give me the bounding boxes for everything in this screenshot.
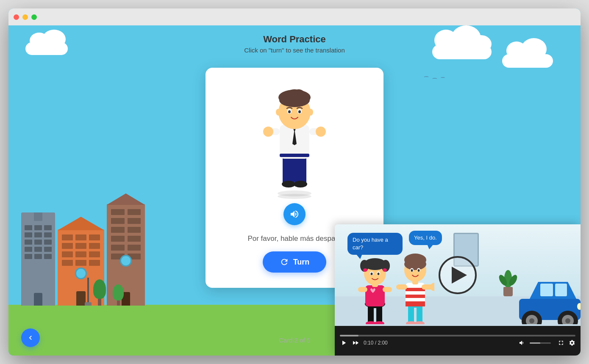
skip-icon xyxy=(352,339,359,347)
svg-point-4 xyxy=(294,181,307,188)
svg-point-39 xyxy=(383,268,387,272)
svg-point-38 xyxy=(363,268,367,272)
svg-rect-51 xyxy=(406,295,425,298)
play-button[interactable] xyxy=(439,256,477,294)
maximize-button[interactable] xyxy=(31,14,37,20)
speaker-icon xyxy=(289,209,300,219)
time-display: 0:10 / 2:00 xyxy=(364,340,514,346)
svg-point-21 xyxy=(288,110,291,113)
svg-rect-66 xyxy=(555,284,567,296)
audio-button[interactable] xyxy=(283,203,306,225)
video-overlay: Do you have a car? Yes, I do. xyxy=(335,224,581,356)
play-icon xyxy=(340,339,347,347)
scene-background: Word Practice Click on "turn" to see the… xyxy=(8,25,581,356)
trees-left xyxy=(93,279,124,306)
video-char-2 xyxy=(396,252,434,326)
volume-fill xyxy=(530,342,540,344)
svg-point-72 xyxy=(565,318,570,323)
svg-point-24 xyxy=(308,109,313,116)
play-control-button[interactable] xyxy=(340,339,347,347)
svg-rect-30 xyxy=(365,285,385,306)
speech-bubble-left: Do you have a car? xyxy=(347,233,403,255)
video-char-1 xyxy=(356,256,394,326)
volume-icon xyxy=(519,339,525,346)
settings-button[interactable] xyxy=(569,339,575,346)
svg-point-59 xyxy=(404,258,426,270)
svg-rect-8 xyxy=(280,154,309,157)
progress-fill xyxy=(340,335,358,336)
svg-point-22 xyxy=(298,110,301,113)
phrase-text: Por favor, hable más despa... xyxy=(247,234,341,243)
svg-rect-65 xyxy=(540,284,553,296)
play-triangle-icon xyxy=(452,267,467,284)
close-button[interactable] xyxy=(14,14,19,20)
svg-point-12 xyxy=(316,127,326,137)
fullscreen-icon xyxy=(558,339,564,346)
character-svg xyxy=(256,83,333,197)
svg-point-63 xyxy=(418,269,420,272)
page-subtitle: Click on "turn" to see the translation xyxy=(8,47,581,54)
card-counter: Card 2 of 5 xyxy=(279,336,310,344)
svg-point-10 xyxy=(263,127,273,137)
svg-rect-31 xyxy=(358,287,367,292)
svg-point-43 xyxy=(378,273,380,275)
fullscreen-button[interactable] xyxy=(558,339,564,346)
refresh-icon xyxy=(280,257,289,267)
buildings-left xyxy=(21,204,145,306)
volume-button[interactable] xyxy=(519,339,525,346)
video-car xyxy=(517,273,581,326)
svg-point-42 xyxy=(371,273,373,275)
street-lamp xyxy=(85,278,92,306)
svg-rect-32 xyxy=(383,287,392,292)
skip-forward-button[interactable] xyxy=(352,339,359,347)
chevron-left-icon xyxy=(26,334,35,342)
svg-point-28 xyxy=(374,321,384,324)
svg-rect-55 xyxy=(396,284,407,290)
character-shadow xyxy=(278,194,311,199)
svg-point-54 xyxy=(430,283,434,291)
character-illustration xyxy=(252,80,337,199)
svg-point-23 xyxy=(276,109,281,116)
turn-button[interactable]: Turn xyxy=(263,251,327,273)
gear-icon xyxy=(569,339,575,346)
svg-rect-1 xyxy=(283,154,294,184)
controls-row: 0:10 / 2:00 xyxy=(340,339,575,347)
page-title: Word Practice xyxy=(8,34,581,45)
svg-rect-2 xyxy=(294,154,306,184)
video-controls: 0:10 / 2:00 xyxy=(335,326,581,356)
svg-point-18 xyxy=(293,89,305,99)
building-1 xyxy=(21,212,55,306)
svg-point-3 xyxy=(282,181,295,188)
birds xyxy=(424,76,445,80)
titlebar xyxy=(8,8,581,25)
progress-bar[interactable] xyxy=(340,335,575,336)
svg-point-69 xyxy=(529,318,534,323)
back-button[interactable] xyxy=(21,328,40,347)
video-scene: Do you have a car? Yes, I do. xyxy=(335,224,581,326)
svg-rect-52 xyxy=(406,301,425,306)
svg-point-62 xyxy=(411,269,413,272)
header-area: Word Practice Click on "turn" to see the… xyxy=(8,34,581,54)
app-window: Word Practice Click on "turn" to see the… xyxy=(8,8,581,356)
speech-bubble-right: Yes, I do. xyxy=(409,231,442,245)
volume-bar[interactable] xyxy=(530,342,551,344)
svg-point-47 xyxy=(414,321,425,324)
minimize-button[interactable] xyxy=(22,14,28,20)
